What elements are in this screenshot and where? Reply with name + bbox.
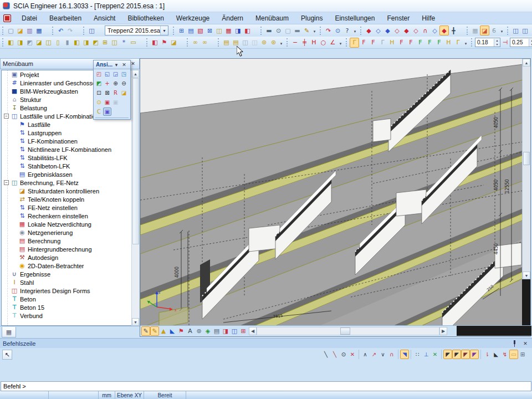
- model-settings-icon[interactable]: ⊛: [195, 326, 203, 336]
- view-front-icon[interactable]: ◱: [103, 70, 111, 78]
- notes-icon[interactable]: ✎: [302, 25, 311, 35]
- support-1-icon[interactable]: Γ: [350, 38, 359, 48]
- support-11-icon[interactable]: Η: [444, 38, 453, 48]
- pad-tool-icon[interactable]: ▭: [129, 38, 138, 48]
- zoom-document-icon[interactable]: ⊙: [333, 25, 342, 35]
- tree-item[interactable]: ▤ Berechnung: [2, 237, 138, 245]
- snap-line-icon[interactable]: ╲: [321, 350, 330, 359]
- hot-node-7-icon[interactable]: ◇: [430, 25, 439, 35]
- brush-1-icon[interactable]: ◩: [530, 25, 532, 35]
- table-view-icon[interactable]: ◧: [243, 25, 252, 35]
- menu-item[interactable]: Ansicht: [88, 13, 121, 24]
- redraw-lightbulb-icon[interactable]: ⊙: [95, 98, 103, 106]
- load-panel-icon[interactable]: ◧: [150, 38, 160, 48]
- dimension-offset-spinner[interactable]: 0.25 ▲▼: [510, 38, 532, 47]
- snap-points-line-icon[interactable]: ⇂: [483, 350, 492, 359]
- viewport-hscrollbar[interactable]: [257, 327, 439, 335]
- tree-item[interactable]: ⇅ Lastgruppen: [2, 129, 138, 137]
- view-palette-header[interactable]: Ansi... ▾ ✕: [94, 60, 130, 69]
- paste-grey-icon[interactable]: ◫: [250, 38, 259, 48]
- results-book-icon[interactable]: ▤: [212, 326, 221, 336]
- dimension-h-icon[interactable]: H: [309, 38, 319, 48]
- menu-item[interactable]: Bibliotheken: [121, 13, 170, 24]
- view-palette[interactable]: Ansi... ▾ ✕ ◰◱◲◳ ◩+⊕⊖ ⊡⊠R◪ ⊙▣▣: [93, 60, 131, 120]
- undo-icon[interactable]: ↶: [56, 25, 65, 35]
- support-4-icon[interactable]: Γ: [378, 38, 387, 48]
- zoom-all-icon[interactable]: ⊠: [103, 89, 111, 97]
- tree-item[interactable]: ◉ Netzgenerierung: [2, 228, 138, 237]
- view-settings-icon[interactable]: ▣: [103, 108, 111, 116]
- shaded-render-icon[interactable]: ✎: [150, 326, 159, 336]
- document-icon[interactable]: [3, 14, 11, 22]
- wireframe-render-icon[interactable]: ✎: [141, 326, 150, 336]
- toolbar-grip[interactable]: [471, 38, 473, 47]
- tree-expander-icon[interactable]: −: [4, 114, 9, 119]
- dropdown-arrow-icon[interactable]: ▾: [278, 38, 284, 48]
- menu-item[interactable]: Hilfe: [416, 13, 441, 24]
- tree-item[interactable]: ▤ Ergebnisklassen: [2, 170, 138, 178]
- haunch-tool-icon[interactable]: ◪: [34, 38, 44, 48]
- snap-endpoints-icon[interactable]: ◤: [443, 350, 452, 359]
- hscrollbar-thumb[interactable]: [340, 328, 350, 335]
- window-layout-icon[interactable]: ◫: [87, 25, 96, 35]
- vscrollbar-thumb[interactable]: [523, 152, 530, 165]
- tree-item[interactable]: ⇅ LF-Kombinationen: [2, 137, 138, 145]
- load-display-icon[interactable]: ⚑: [177, 326, 186, 336]
- cursor-snap-icon[interactable]: ◥: [400, 350, 409, 359]
- table-results-icon[interactable]: ◨: [221, 326, 230, 336]
- axes-icon[interactable]: +: [103, 79, 111, 88]
- support-10-icon[interactable]: F: [434, 38, 444, 48]
- support-12-icon[interactable]: Γ: [453, 38, 463, 48]
- support-2-icon[interactable]: F: [359, 38, 369, 48]
- plate-tool-icon[interactable]: ◫: [44, 38, 53, 48]
- tree-item[interactable]: Ⅰ Stahl: [2, 278, 138, 287]
- toolbar-grip[interactable]: [346, 38, 348, 47]
- coord-system-icon[interactable]: ⊠: [205, 25, 214, 35]
- toolbar-grip[interactable]: [360, 27, 362, 35]
- redo-red-icon[interactable]: ↷: [324, 25, 333, 35]
- save-icon[interactable]: ▦: [34, 25, 44, 35]
- table-edit-icon[interactable]: ◨: [233, 25, 243, 35]
- zoom-window-icon[interactable]: ⊡: [95, 89, 103, 97]
- camera-icon[interactable]: ▣: [103, 98, 111, 106]
- toolbar-grip[interactable]: [467, 27, 469, 35]
- print-data-icon[interactable]: ▬: [293, 25, 302, 35]
- scroll-down-icon[interactable]: ▼: [132, 318, 139, 326]
- menu-item[interactable]: Datei: [16, 13, 43, 24]
- print-preview-icon[interactable]: ⊙: [274, 25, 283, 35]
- tree-scrollbar[interactable]: ▲ ▼: [131, 70, 139, 326]
- toolbar-grip[interactable]: [320, 27, 322, 35]
- clipboard-view-icon[interactable]: C: [95, 108, 103, 116]
- angle-tool-icon[interactable]: ∠: [328, 38, 337, 48]
- view-direction-icon[interactable]: ◩: [95, 79, 103, 88]
- snap-vee-icon[interactable]: ∨: [378, 350, 387, 359]
- view-params-icon[interactable]: ◣: [168, 326, 177, 336]
- view-side-icon[interactable]: ◲: [111, 70, 120, 78]
- snap-triangle-icon[interactable]: ◣: [492, 350, 500, 359]
- section-grid-icon[interactable]: ⊞: [239, 326, 248, 336]
- weld-dots-icon[interactable]: ∞: [191, 38, 200, 48]
- menu-item[interactable]: Einstellungen: [329, 13, 381, 24]
- open-view-icon[interactable]: ◪: [120, 89, 128, 97]
- machine-1-icon[interactable]: ⊛: [259, 38, 269, 48]
- dropdown-arrow-icon[interactable]: ▾: [337, 38, 344, 48]
- scroll-up-icon[interactable]: ▲: [132, 70, 139, 78]
- command-panel-header[interactable]: Befehlszeile ✕: [0, 339, 532, 348]
- tree-item[interactable]: ⇅ FE-Netz einstellen: [2, 203, 138, 212]
- view-top-icon[interactable]: ◰: [95, 70, 103, 78]
- ruler-snap-icon[interactable]: ▭: [509, 350, 518, 359]
- grid-snap-icon[interactable]: ∷: [413, 350, 422, 359]
- support-9-icon[interactable]: F: [425, 38, 434, 48]
- hot-node-3-icon[interactable]: ◆: [383, 25, 392, 35]
- stairs-tool-icon[interactable]: ▤: [222, 38, 231, 48]
- tree-item[interactable]: ⚒ Autodesign: [2, 253, 138, 262]
- layers-icon[interactable]: ▤: [186, 25, 196, 35]
- filter-table-icon[interactable]: ▦: [470, 25, 480, 35]
- catalog-block-icon[interactable]: ◫: [110, 38, 119, 48]
- tree-item[interactable]: ⇄ Teile/Knoten koppeln: [2, 195, 138, 203]
- tree-item[interactable]: ⇅ Rechenkern einstellen: [2, 212, 138, 220]
- toolbar-grip[interactable]: [187, 38, 189, 47]
- menu-item[interactable]: Werkzeuge: [170, 13, 216, 24]
- close-icon[interactable]: ✕: [521, 340, 529, 347]
- snap-step-icon[interactable]: ⊣: [500, 38, 510, 48]
